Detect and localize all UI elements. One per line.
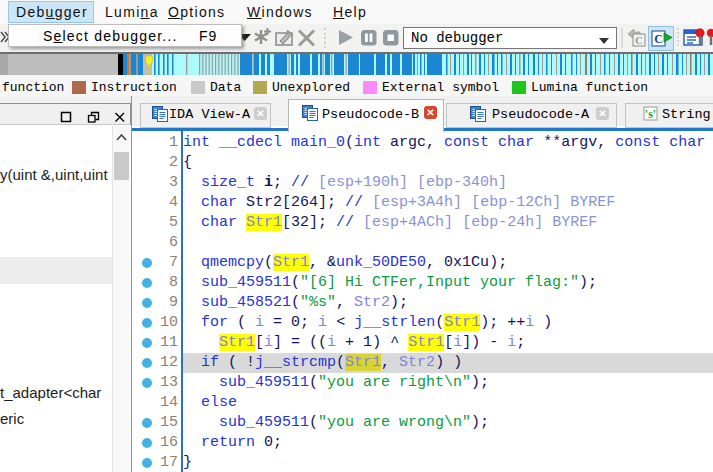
svg-text:'s': 's' [645, 107, 656, 121]
svg-text:C: C [654, 32, 663, 46]
svg-text:C: C [635, 34, 643, 46]
